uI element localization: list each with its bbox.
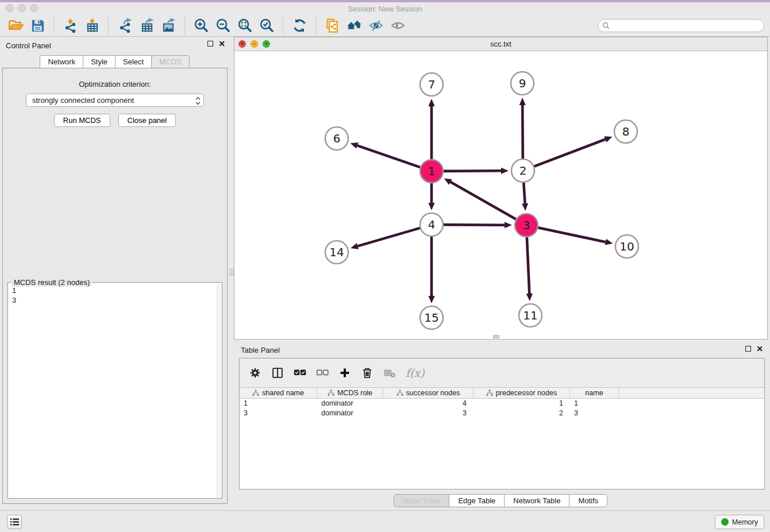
toolbar-separator	[315, 17, 316, 34]
graph-edge-arrowhead	[501, 168, 509, 174]
toolbar-button-export-table[interactable]	[136, 17, 157, 35]
table-toolbar-select-all-button[interactable]	[294, 367, 306, 379]
graph-edge-4-3[interactable]	[444, 225, 505, 225]
table-row[interactable]: 3dominator323	[240, 408, 764, 418]
column-label: shared name	[262, 389, 304, 397]
cell-predecessor-nodes[interactable]: 1	[473, 399, 570, 408]
table-toolbar-add-button[interactable]	[338, 367, 351, 379]
graph-edge-2-8[interactable]	[534, 139, 606, 166]
cell-shared-name[interactable]: 3	[240, 408, 317, 418]
column-header-successor-nodes[interactable]: successor nodes	[383, 388, 473, 398]
graph-edge-3-10[interactable]	[538, 228, 606, 242]
table-toolbar-delete-button[interactable]	[361, 367, 374, 379]
column-header-mcds-role[interactable]: MCDS role	[317, 388, 383, 398]
cell-name[interactable]: 1	[570, 399, 619, 408]
cell-mcds-role[interactable]: dominator	[317, 399, 383, 408]
toolbar-button-import-network[interactable]	[59, 17, 81, 35]
float-panel-icon[interactable]	[207, 41, 213, 47]
toolbar-button-save[interactable]	[26, 17, 48, 35]
column-header-shared-name[interactable]: shared name	[240, 388, 317, 398]
toolbar-button-home[interactable]	[343, 17, 365, 35]
network-close-icon[interactable]: ✕	[238, 40, 246, 48]
network-maximize-icon[interactable]: +	[263, 40, 270, 48]
home-icon	[346, 18, 362, 33]
toolbar-button-open-folder[interactable]	[5, 17, 26, 35]
tab-style[interactable]: Style	[83, 55, 116, 68]
cell-shared-name[interactable]: 1	[240, 399, 317, 408]
column-header-predecessor-nodes[interactable]: predecessor nodes	[473, 388, 570, 398]
cell-name[interactable]: 3	[570, 408, 619, 418]
table-toolbar-split-columns-button[interactable]	[271, 367, 284, 379]
toolbar-button-zoom-in[interactable]	[190, 17, 212, 35]
criterion-select[interactable]: strongly connected component	[26, 94, 204, 107]
table-container: f(x) shared nameMCDS rolesuccessor nodes…	[239, 358, 765, 489]
toolbar-separator	[53, 17, 54, 34]
tab-select[interactable]: Select	[115, 55, 152, 68]
graph-edge-arrowhead	[505, 222, 512, 228]
network-minimize-icon[interactable]: −	[251, 40, 258, 48]
window-title: Session: New Session	[348, 5, 422, 13]
tab-node-table[interactable]: Node Table	[394, 494, 450, 507]
search-box[interactable]	[598, 19, 764, 32]
table-toolbar-gear-button[interactable]	[249, 367, 261, 379]
tab-network[interactable]: Network	[40, 55, 83, 68]
toolbar-separator	[283, 17, 283, 34]
control-panel-header: Control Panel ✕	[0, 37, 230, 54]
mcds-result-list[interactable]: 1 3	[9, 283, 216, 498]
toolbar-button-export-image[interactable]	[157, 17, 179, 35]
tab-network-table[interactable]: Network Table	[504, 494, 569, 507]
column-header-name[interactable]: name	[570, 388, 619, 398]
graph-node-label-6: 6	[333, 132, 341, 145]
search-input[interactable]	[610, 22, 764, 30]
table-toolbar-deselect-all-button[interactable]	[316, 367, 329, 379]
minimize-window-icon[interactable]	[18, 4, 26, 12]
shared-column-icon	[328, 390, 334, 396]
cell-successor-nodes[interactable]: 4	[383, 399, 473, 408]
graph-edge-3-1[interactable]	[451, 182, 516, 219]
shared-column-icon	[252, 390, 259, 396]
zoom-window-icon[interactable]	[30, 4, 38, 12]
select-stepper-icon	[194, 95, 202, 108]
toolbar-button-show-graphics[interactable]	[387, 17, 409, 35]
run-mcds-button[interactable]: Run MCDS	[54, 114, 110, 127]
panel-splitter[interactable]	[230, 37, 234, 510]
toolbar-button-export-network[interactable]	[114, 17, 136, 35]
cell-successor-nodes[interactable]: 3	[383, 408, 473, 418]
toolbar-button-copy-network[interactable]	[321, 17, 343, 35]
tab-mcds[interactable]: MCDS	[151, 55, 189, 68]
graph-edge-2-9[interactable]	[522, 105, 523, 159]
graph-edge-4-14[interactable]	[357, 228, 419, 246]
graph-node-label-8: 8	[622, 125, 630, 138]
toolbar-button-zoom-out[interactable]	[212, 17, 234, 35]
toolbar-button-hide-graphics[interactable]	[365, 17, 387, 35]
graph-edge-3-11[interactable]	[527, 237, 529, 294]
result-scrollbar[interactable]	[217, 283, 221, 498]
toolbar-button-import-table[interactable]	[81, 17, 103, 35]
table-row[interactable]: 1dominator411	[240, 399, 764, 408]
network-canvas[interactable]: 7968124314101511	[234, 51, 767, 339]
task-history-button[interactable]	[7, 515, 22, 529]
cell-mcds-role[interactable]: dominator	[317, 408, 383, 418]
zoom-out-icon	[215, 18, 231, 33]
tab-motifs[interactable]: Motifs	[569, 494, 607, 507]
table-tabs: Node TableEdge TableNetwork TableMotifs	[234, 494, 768, 507]
graph-edge-1-2[interactable]	[444, 171, 501, 171]
toolbar-button-zoom-fit[interactable]	[234, 17, 256, 35]
app-titlebar: Session: New Session	[0, 2, 770, 15]
graph-edge-1-6[interactable]	[357, 145, 420, 167]
splitter-handle[interactable]	[230, 269, 234, 276]
memory-button[interactable]: Memory	[715, 515, 764, 529]
close-panel-icon[interactable]: ✕	[218, 41, 225, 47]
close-window-icon[interactable]	[6, 4, 14, 12]
window-controls[interactable]	[6, 4, 38, 12]
canvas-hscroll-thumb[interactable]	[493, 335, 499, 338]
toolbar-button-zoom-selected[interactable]	[256, 17, 278, 35]
close-table-panel-icon[interactable]: ✕	[756, 346, 763, 352]
float-table-panel-icon[interactable]	[745, 346, 751, 352]
cell-predecessor-nodes[interactable]: 2	[473, 408, 570, 418]
graph-edge-2-3[interactable]	[523, 183, 525, 203]
tab-edge-table[interactable]: Edge Table	[449, 494, 505, 507]
hide-graphics-icon	[368, 18, 384, 33]
close-panel-button[interactable]: Close panel	[118, 114, 176, 127]
toolbar-button-refresh[interactable]	[288, 17, 310, 35]
